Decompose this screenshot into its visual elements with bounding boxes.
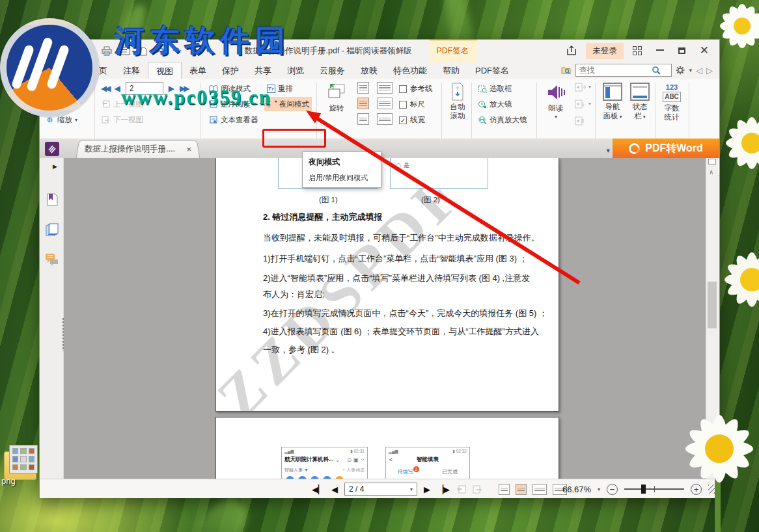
login-button[interactable]: 未登录 [586, 43, 624, 59]
ribbon-tab-row: 文件 主页 注释 视图 表单 保护 共享 浏览 云服务 放映 特色功能 帮助 P… [40, 62, 719, 79]
status-single-page-button[interactable] [499, 484, 510, 495]
tab-close-icon[interactable]: × [186, 144, 193, 154]
tab-comment[interactable]: 注释 [115, 62, 148, 79]
status-next-view-button[interactable] [473, 485, 482, 494]
status-bar: ◀▏ ◀ 2 / 4 ▾ ▶ ▕▶ 66.67% ▾ − [40, 479, 719, 498]
pdf-sign-title-tab[interactable]: PDF签名 [429, 39, 477, 62]
pdf-page-1: ZZDSPDF 在线课堂 通知 家校本 ● ☚ ☺ ⊕ [215, 158, 559, 412]
find-previous-button[interactable]: ◁ [696, 66, 702, 75]
split-layout-button[interactable] [357, 113, 369, 125]
tab-features[interactable]: 特色功能 [385, 62, 435, 79]
arrange-windows-button[interactable] [633, 46, 642, 55]
guides-checkbox[interactable] [399, 85, 407, 93]
read-from-page-button[interactable] [575, 100, 586, 109]
zoom-slider-thumb[interactable] [641, 485, 646, 494]
loupe-button[interactable]: 仿真放大镜 [475, 113, 530, 127]
book-layout-button[interactable] [377, 113, 393, 125]
minimize-button[interactable] [656, 49, 664, 51]
phone1-title-row: 航天职院计算机科...⌄ ⊙ ▣ ⁘ [282, 454, 367, 466]
document-tab[interactable]: 数据上报操作说明手册.... × [76, 140, 200, 158]
status-previous-page-button[interactable]: ◀ [331, 485, 338, 494]
zoom-percentage[interactable]: 66.67% [562, 485, 591, 494]
tab-share[interactable]: 共享 [247, 62, 279, 79]
phone1-action-icons: ⊙ ▣ ⁘ [347, 457, 365, 463]
continuous-facing-layout-button[interactable] [377, 98, 393, 109]
read-current-page-button[interactable] [575, 83, 586, 92]
pdf-line: 布人为：肖宏启; [263, 289, 544, 300]
status-last-page-button[interactable]: ▕▶ [437, 485, 450, 494]
rotate-button[interactable]: 旋转 [321, 83, 352, 113]
zoom-out-button[interactable]: − [607, 484, 618, 495]
night-mode-highlight-box [262, 129, 326, 148]
gear-dropdown-arrow[interactable]: ▾ [689, 67, 692, 73]
continuous-layout-button[interactable] [357, 98, 369, 109]
page-indicator-combo[interactable]: 2 / 4 ▾ [344, 483, 417, 496]
magnifier-button[interactable]: 放大镜 [475, 97, 515, 111]
document-tab-title: 数据上报操作说明手册.... [84, 144, 176, 155]
pdf-to-word-button[interactable]: PDF转Word [613, 139, 719, 158]
comments-panel-button[interactable] [45, 252, 59, 267]
status-next-page-button[interactable]: ▶ [424, 485, 430, 494]
tab-present[interactable]: 放映 [353, 62, 385, 79]
expand-panel-arrow[interactable]: ▶ [53, 163, 57, 170]
tab-view[interactable]: 视图 [148, 62, 182, 79]
pages-icon [46, 223, 59, 236]
search-in-folder-icon[interactable] [561, 66, 572, 75]
navigation-panels-button[interactable]: 导航 面板 ▾ [600, 83, 626, 122]
single-page-layout-button[interactable] [357, 82, 369, 94]
line-weights-checkbox-row[interactable]: ✓ 线宽 [399, 115, 425, 125]
tab-browse[interactable]: 浏览 [279, 62, 312, 79]
status-bar-icon [630, 83, 650, 101]
tab-pdf-sign[interactable]: PDF签名 [467, 62, 517, 79]
print-button[interactable] [101, 45, 113, 57]
text-viewer-button[interactable]: 文本查看器 [206, 113, 261, 127]
document-view[interactable]: ZZDSPDF 在线课堂 通知 家校本 ● ☚ ☺ ⊕ [64, 158, 707, 479]
page-indicator-value: 2 / 4 [349, 485, 364, 494]
window-controls: ✕ [633, 46, 713, 55]
guides-checkbox-row[interactable]: 参考线 [399, 84, 433, 94]
search-input[interactable] [579, 66, 652, 75]
bookmarks-panel-button[interactable] [45, 192, 59, 207]
phone2-tabs: 待填写2 已完成 [386, 466, 469, 475]
maximize-button[interactable] [678, 47, 685, 54]
pending-count-badge: 2 [413, 466, 419, 472]
first-page-button[interactable]: ◀◀ [101, 84, 109, 93]
status-continuous-button[interactable] [516, 484, 527, 495]
search-icon[interactable] [652, 66, 661, 75]
tab-cloud[interactable]: 云服务 [312, 62, 353, 79]
fig2-radio-icon [396, 163, 401, 168]
foxit-phantom-icon[interactable] [45, 142, 59, 156]
find-zone: ▾ ◁ ▷ [561, 62, 719, 79]
zoom-dropdown-arrow[interactable]: ▾ [598, 486, 600, 492]
status-previous-view-button[interactable] [456, 485, 466, 494]
navigation-panel-icon [603, 83, 622, 101]
zoom-slider-tick [654, 486, 655, 492]
status-facing-button[interactable] [532, 484, 547, 495]
read-current-dropdown[interactable]: ▾ [588, 84, 591, 90]
tab-list-dropdown[interactable]: ▾ [606, 146, 610, 155]
word-count-button[interactable]: 123 ABC 字数 统计 [658, 83, 685, 122]
tab-form[interactable]: 表单 [182, 62, 214, 79]
ruler-checkbox-row[interactable]: 标尺 [399, 100, 425, 109]
desktop-file-png[interactable]: png [1, 445, 43, 496]
auto-scroll-button[interactable]: 自动 滚动 [446, 83, 469, 120]
word-count-icon: 123 ABC [663, 83, 681, 102]
marquee-button[interactable]: 选取框 [475, 81, 515, 96]
pause-reading-button[interactable] [575, 116, 584, 126]
pages-panel-button[interactable] [45, 222, 59, 237]
status-bar-button[interactable]: 状态 栏 ▾ [628, 83, 652, 122]
search-options-gear-icon[interactable] [676, 66, 685, 75]
facing-layout-button[interactable] [377, 82, 393, 94]
next-view-button[interactable]: 下一视图 [98, 113, 146, 127]
share-icon[interactable] [566, 46, 577, 56]
line-weights-checkbox[interactable]: ✓ [399, 116, 407, 124]
read-aloud-button[interactable]: 朗读 ▾ [542, 83, 570, 122]
previous-page-button[interactable]: ◀ [114, 84, 120, 93]
ruler-checkbox[interactable] [399, 101, 407, 109]
daisy-flower [713, 234, 759, 338]
tab-protect[interactable]: 保护 [214, 62, 247, 79]
status-first-page-button[interactable]: ◀▏ [312, 485, 325, 494]
back-icon: < [389, 457, 393, 463]
tab-help[interactable]: 帮助 [435, 62, 467, 79]
read-from-dropdown[interactable]: ▾ [588, 101, 591, 107]
